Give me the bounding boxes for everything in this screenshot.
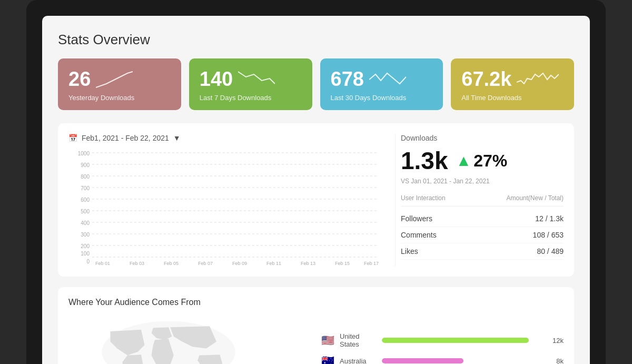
svg-text:Feb 05: Feb 05 [164,261,179,266]
laptop-frame: Stats Overview 26 Yesterday Downloads 14… [26,0,606,364]
stat-label-yesterday: Yesterday Downloads [68,94,171,102]
svg-text:Feb 03: Feb 03 [130,261,144,266]
flag-au: 🇦🇺 [321,355,334,364]
percent-badge: ▲ 27% [456,151,508,171]
stat-cards-container: 26 Yesterday Downloads 140 Last 7 Days D… [58,58,574,110]
chart-yesterday [96,69,133,90]
svg-text:Feb 07: Feb 07 [198,261,213,266]
bar-fill-au [382,358,463,363]
world-map [68,318,311,364]
world-map-svg [68,318,269,364]
country-value-au: 8k [550,357,564,365]
stat-number-week: 140 [200,68,302,91]
laptop-screen: Stats Overview 26 Yesterday Downloads 14… [42,16,590,364]
row-value-followers: 12 / 1.3k [535,214,564,223]
col2-header: Amount(New / Total) [507,194,564,202]
stat-card-week: 140 Last 7 Days Downloads [189,58,312,110]
stat-card-yesterday: 26 Yesterday Downloads [58,58,181,110]
svg-text:700: 700 [81,185,90,191]
svg-text:300: 300 [81,232,90,238]
big-number: 1.3k [401,146,448,175]
country-name-us: United States [340,332,377,348]
stat-card-alltime: 67.2k All Time Downloads [451,58,574,110]
svg-text:500: 500 [81,209,90,214]
svg-text:Feb 01: Feb 01 [95,261,110,266]
row-value-likes: 80 / 489 [537,247,564,255]
svg-text:600: 600 [81,197,90,203]
svg-text:Feb 13: Feb 13 [301,261,315,266]
svg-text:200: 200 [81,243,90,249]
big-stat-row: 1.3k ▲ 27% [401,146,564,175]
col1-header: User Interaction [401,194,446,202]
svg-text:0: 0 [86,259,90,264]
country-value-us: 12k [550,337,564,345]
audience-title: Where Your Audience Comes From [68,298,564,307]
country-list: 🇺🇸 United States 12k 🇦🇺 Australia [321,332,564,364]
svg-text:100: 100 [81,251,90,257]
stat-number-yesterday: 26 [68,68,171,91]
svg-text:400: 400 [81,220,90,226]
svg-text:800: 800 [81,174,90,180]
stat-card-month: 678 Last 30 Days Downloads [320,58,443,110]
audience-content: 🇺🇸 United States 12k 🇦🇺 Australia [68,318,564,364]
stat-label-month: Last 30 Days Downloads [331,94,433,102]
chart-alltime [517,69,559,90]
table-row-followers: Followers 12 / 1.3k [401,211,564,227]
stat-label-alltime: All Time Downloads [461,94,564,102]
bar-container-au [382,358,545,363]
stats-section: Downloads 1.3k ▲ 27% VS Jan 01, 2021 - J… [395,134,564,266]
downloads-label: Downloads [401,134,564,142]
svg-text:Feb 09: Feb 09 [232,261,247,266]
calendar-icon: 📅 [68,134,77,142]
bar-fill-us [382,338,529,343]
country-item-au: 🇦🇺 Australia 8k [321,355,564,364]
stat-label-week: Last 7 Days Downloads [200,94,302,102]
svg-text:Feb 17: Feb 17 [364,261,379,266]
country-item-us: 🇺🇸 United States 12k [321,332,564,348]
interaction-table: User Interaction Amount(New / Total) Fol… [401,194,564,260]
svg-text:Feb 15: Feb 15 [335,261,350,266]
stat-number-alltime: 67.2k [461,68,564,91]
stat-number-month: 678 [331,68,433,91]
date-picker[interactable]: 📅 Feb1, 2021 - Feb 22, 2021 ▼ [68,134,384,142]
row-label-likes: Likes [401,247,418,255]
flag-us: 🇺🇸 [321,334,334,347]
date-range-text: Feb1, 2021 - Feb 22, 2021 [82,134,169,142]
svg-text:900: 900 [81,162,90,168]
bar-container-us [382,338,545,343]
chart-month [369,69,406,90]
vs-text: VS Jan 01, 2021 - Jan 22, 2021 [401,178,564,185]
arrow-up-icon: ▲ [456,152,472,170]
table-row-comments: Comments 108 / 653 [401,227,564,243]
percent-value: 27% [473,151,507,171]
country-name-au: Australia [340,357,377,365]
page-title: Stats Overview [58,32,574,48]
row-value-comments: 108 / 653 [533,231,564,239]
chart-section: 📅 Feb1, 2021 - Feb 22, 2021 ▼ 1000 900 8… [68,134,384,266]
chevron-down-icon: ▼ [173,134,181,142]
svg-text:Feb 11: Feb 11 [266,261,281,266]
row-label-comments: Comments [401,231,437,239]
chart-week [238,69,275,90]
row-label-followers: Followers [401,214,432,223]
svg-text:1000: 1000 [78,151,90,156]
table-row-likes: Likes 80 / 489 [401,243,564,260]
table-header: User Interaction Amount(New / Total) [401,194,564,206]
main-content: 📅 Feb1, 2021 - Feb 22, 2021 ▼ 1000 900 8… [58,123,574,277]
audience-section: Where Your Audience Comes From [58,287,574,364]
chart-svg: 1000 900 800 700 600 500 400 300 200 100… [68,150,384,266]
line-chart: 1000 900 800 700 600 500 400 300 200 100… [68,150,384,266]
